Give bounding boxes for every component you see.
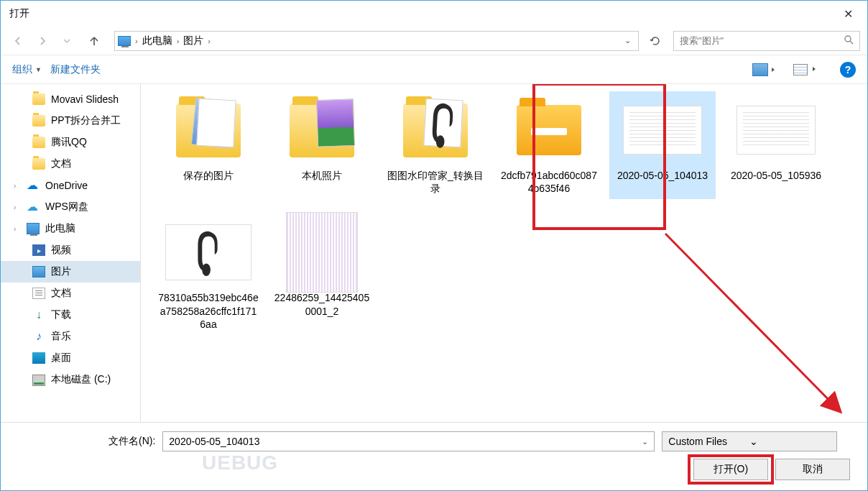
sidebar-item-label: 视频 <box>51 244 71 257</box>
file-thumbnail <box>279 218 365 287</box>
sidebar-item-ppt[interactable]: PPT拆分合并工 <box>1 110 140 132</box>
file-item-camera[interactable]: 本机照片 <box>269 91 375 199</box>
folder-icon <box>32 93 45 105</box>
chevron-right-icon: › <box>177 37 180 45</box>
sidebar: Movavi SlideshPPT拆分合并工腾讯QQ文档›OneDrive›WP… <box>1 84 141 422</box>
nav-up-button[interactable] <box>84 31 104 51</box>
view-large-icons-button[interactable] <box>752 63 768 76</box>
file-thumbnail <box>733 96 819 165</box>
sidebar-item-label: 桌面 <box>51 352 71 364</box>
chevron-down-icon[interactable]: ⌄ <box>749 436 831 447</box>
folder-icon <box>32 115 45 127</box>
nav-forward-button[interactable] <box>32 31 52 51</box>
titlebar: 打开 ✕ <box>1 1 867 27</box>
dialog-body: Movavi SlideshPPT拆分合并工腾讯QQ文档›OneDrive›WP… <box>1 84 867 422</box>
expand-icon: › <box>14 225 16 233</box>
filename-input[interactable] <box>169 436 642 447</box>
pic-icon <box>32 266 45 277</box>
breadcrumb-pictures[interactable]: 图片 <box>183 35 203 47</box>
wps-icon <box>27 201 40 213</box>
sidebar-item-label: OneDrive <box>45 180 88 191</box>
thispc-icon <box>27 223 40 234</box>
file-item-watermark[interactable]: 图图水印管家_转换目录 <box>382 91 489 199</box>
expand-icon: › <box>14 203 16 211</box>
sidebar-item-cdrive[interactable]: 本地磁盘 (C:) <box>1 369 140 390</box>
file-thumbnail <box>506 96 592 165</box>
expand-icon: › <box>14 182 16 190</box>
recent-locations-dropdown[interactable] <box>57 31 77 51</box>
file-thumbnail <box>619 96 706 165</box>
window-title: 打开 <box>9 7 29 20</box>
dl-icon <box>32 309 45 321</box>
search-box[interactable] <box>673 31 860 51</box>
address-bar[interactable]: › 此电脑 › 图片 › ⌄ <box>114 31 639 51</box>
organize-button[interactable]: 组织▼ <box>12 63 42 76</box>
sidebar-item-label: 腾讯QQ <box>51 136 87 149</box>
sidebar-item-wps[interactable]: ›WPS网盘 <box>1 196 140 218</box>
file-label: 2dcfb791abcd60c0874b635f46 <box>499 169 599 195</box>
sidebar-item-pictures[interactable]: 图片 <box>1 261 140 283</box>
file-item-hex2[interactable]: 78310a55b319ebc46ea758258a26cffc1f1716aa <box>155 214 262 334</box>
sidebar-item-label: 图片 <box>51 265 71 278</box>
open-button[interactable]: 打开(O) <box>693 459 768 480</box>
filename-combo[interactable]: ⌄ <box>162 431 655 451</box>
folder-icon <box>32 137 45 148</box>
sidebar-item-desktop[interactable]: 桌面 <box>1 347 140 369</box>
file-list: 保存的图片本机照片图图水印管家_转换目录2dcfb791abcd60c0874b… <box>141 84 867 422</box>
sidebar-item-label: 本地磁盘 (C:) <box>51 373 111 386</box>
chevron-right-icon: › <box>135 37 138 45</box>
file-label: 22486259_144254050001_2 <box>272 291 372 317</box>
file-item-hex1[interactable]: 2dcfb791abcd60c0874b635f46 <box>496 91 602 199</box>
sidebar-item-onedrive[interactable]: ›OneDrive <box>1 175 140 196</box>
file-label: 2020-05-05_105936 <box>731 169 821 182</box>
file-item-ss2[interactable]: 2020-05-05_105936 <box>723 91 829 199</box>
footer: 文件名(N): ⌄ Custom Files ⌄ 打开(O) 取消 <box>1 422 867 490</box>
file-type-filter[interactable]: Custom Files ⌄ <box>662 431 837 451</box>
file-item-num[interactable]: 22486259_144254050001_2 <box>269 214 375 334</box>
sidebar-item-label: 文档 <box>51 287 71 300</box>
address-dropdown[interactable]: ⌄ <box>620 36 635 45</box>
sidebar-item-qq[interactable]: 腾讯QQ <box>1 132 140 153</box>
thispc-icon <box>118 36 131 46</box>
desktop-icon <box>32 352 45 364</box>
sidebar-item-label: 此电脑 <box>45 222 75 235</box>
search-icon <box>844 35 854 47</box>
sidebar-item-wendang1[interactable]: 文档 <box>1 153 140 175</box>
sidebar-item-label: 音乐 <box>51 330 71 343</box>
cancel-button[interactable]: 取消 <box>775 459 850 480</box>
file-item-ss1[interactable]: 2020-05-05_104013 <box>609 91 716 199</box>
sidebar-item-label: WPS网盘 <box>45 201 88 214</box>
nav-bar: › 此电脑 › 图片 › ⌄ <box>1 27 867 55</box>
sidebar-item-music[interactable]: 音乐 <box>1 326 140 347</box>
sidebar-item-label: 文档 <box>51 157 71 170</box>
disk-icon <box>32 375 45 386</box>
help-icon[interactable]: ? <box>840 62 856 78</box>
close-icon[interactable]: ✕ <box>838 4 859 24</box>
sidebar-item-label: Movavi Slidesh <box>51 93 119 105</box>
open-dialog-window: 打开 ✕ › 此电脑 › 图片 › ⌄ <box>0 0 868 491</box>
svg-point-2 <box>202 264 211 276</box>
chevron-down-icon[interactable]: ⌄ <box>642 437 648 446</box>
new-folder-button[interactable]: 新建文件夹 <box>50 63 101 76</box>
svg-point-0 <box>845 36 851 42</box>
breadcrumb-thispc[interactable]: 此电脑 <box>142 35 172 47</box>
file-label: 图图水印管家_转换目录 <box>385 169 486 195</box>
nav-back-button[interactable] <box>8 31 28 51</box>
file-label: 本机照片 <box>302 169 342 182</box>
video-icon <box>32 244 45 256</box>
filename-label: 文件名(N): <box>108 435 155 448</box>
file-label: 2020-05-05_104013 <box>617 169 708 182</box>
view-details-button[interactable] <box>793 63 808 76</box>
sidebar-item-thispc[interactable]: ›此电脑 <box>1 218 140 239</box>
sidebar-item-video[interactable]: 视频 <box>1 239 140 261</box>
search-input[interactable] <box>680 35 844 46</box>
sidebar-item-downloads[interactable]: 下载 <box>1 304 140 326</box>
sidebar-item-movavi[interactable]: Movavi Slidesh <box>1 88 140 110</box>
file-item-saved[interactable]: 保存的图片 <box>155 91 262 199</box>
file-thumbnail <box>165 96 251 165</box>
file-label: 保存的图片 <box>183 169 234 182</box>
refresh-button[interactable] <box>646 32 665 50</box>
toolbar: 组织▼ 新建文件夹 ? <box>1 55 867 84</box>
doc-icon <box>32 288 45 299</box>
sidebar-item-docs[interactable]: 文档 <box>1 283 140 304</box>
